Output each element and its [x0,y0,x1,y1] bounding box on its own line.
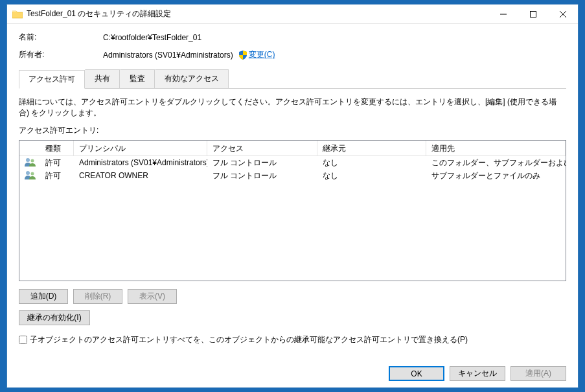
col-icon[interactable] [19,141,40,156]
col-principal[interactable]: プリンシパル [74,141,207,156]
security-dialog: TestFolder_01 のセキュリティの詳細設定 名前: C:¥rootfo… [6,4,579,388]
titlebar[interactable]: TestFolder_01 のセキュリティの詳細設定 [7,5,578,24]
col-type[interactable]: 種類 [40,141,74,156]
row-inherited: なし [317,169,426,183]
replace-child-checkbox[interactable] [19,336,27,344]
enable-inheritance-button[interactable]: 継承の有効化(I) [19,310,90,325]
instructions-text: 詳細については、アクセス許可エントリをダブルクリックしてください。アクセス許可エ… [19,97,566,119]
row-type: 許可 [40,169,74,183]
shield-icon [238,51,247,60]
row-applies: サブフォルダーとファイルのみ [426,169,566,183]
row-principal: CREATOR OWNER [74,170,207,181]
inherit-row: 継承の有効化(I) [19,310,566,325]
row-access: フル コントロール [207,169,317,183]
view-button[interactable]: 表示(V) [128,289,177,304]
tabs: アクセス許可 共有 監査 有効なアクセス [19,69,566,89]
permission-entries-list[interactable]: 種類 プリンシパル アクセス 継承元 適用先 許可 Administrators… [19,140,566,281]
users-icon [25,157,36,167]
row-inherited: なし [317,156,426,170]
svg-point-7 [31,172,34,175]
row-access: フル コントロール [207,156,317,170]
replace-child-label[interactable]: 子オブジェクトのアクセス許可エントリすべてを、このオブジェクトからの継承可能なア… [30,334,468,345]
list-row[interactable]: 許可 CREATOR OWNER フル コントロール なし サブフォルダーとファ… [19,169,566,182]
svg-rect-1 [531,11,536,17]
add-button[interactable]: 追加(D) [19,289,68,304]
tab-share[interactable]: 共有 [85,69,120,88]
svg-point-5 [31,159,34,162]
ok-button[interactable]: OK [389,366,444,381]
tab-auditing[interactable]: 監査 [120,69,155,88]
row-applies: このフォルダー、サブフォルダーおよびファイル [426,156,566,170]
minimize-icon [500,11,507,17]
name-value: C:¥rootfolder¥TestFolder_01 [103,33,201,42]
owner-label: 所有者: [19,49,103,60]
owner-value: Administrators (SV01¥Administrators) [103,51,233,60]
list-header: 種類 プリンシパル アクセス 継承元 適用先 [19,141,566,156]
entry-buttons: 追加(D) 削除(R) 表示(V) [19,289,566,304]
row-type: 許可 [40,156,74,170]
col-applies[interactable]: 適用先 [426,141,566,156]
minimize-button[interactable] [488,5,518,23]
folder-icon [12,10,23,19]
remove-button[interactable]: 削除(R) [73,289,122,304]
tab-permissions[interactable]: アクセス許可 [19,70,85,89]
cancel-button[interactable]: キャンセル [450,366,505,381]
maximize-button[interactable] [518,5,548,23]
content-area: 名前: C:¥rootfolder¥TestFolder_01 所有者: Adm… [7,24,578,387]
close-button[interactable] [548,5,578,23]
col-access[interactable]: アクセス [207,141,317,156]
col-inherited[interactable]: 継承元 [317,141,426,156]
name-label: 名前: [19,32,103,43]
window-buttons [488,5,578,23]
maximize-icon [530,11,536,17]
name-row: 名前: C:¥rootfolder¥TestFolder_01 [19,32,566,43]
entries-label: アクセス許可エントリ: [19,125,566,136]
svg-point-4 [26,158,30,162]
window-title: TestFolder_01 のセキュリティの詳細設定 [27,8,488,19]
row-principal: Administrators (SV01¥Administrators) [74,157,207,168]
change-owner-link[interactable]: 変更(C) [249,49,275,60]
close-icon [560,11,566,17]
tab-effective[interactable]: 有効なアクセス [155,69,229,88]
list-row[interactable]: 許可 Administrators (SV01¥Administrators) … [19,156,566,169]
users-icon [25,170,36,179]
owner-row: 所有者: Administrators (SV01¥Administrators… [19,49,566,60]
dialog-footer: OK キャンセル 適用(A) [19,357,566,381]
replace-child-row: 子オブジェクトのアクセス許可エントリすべてを、このオブジェクトからの継承可能なア… [19,334,566,345]
svg-point-6 [26,171,30,175]
apply-button[interactable]: 適用(A) [510,366,566,381]
